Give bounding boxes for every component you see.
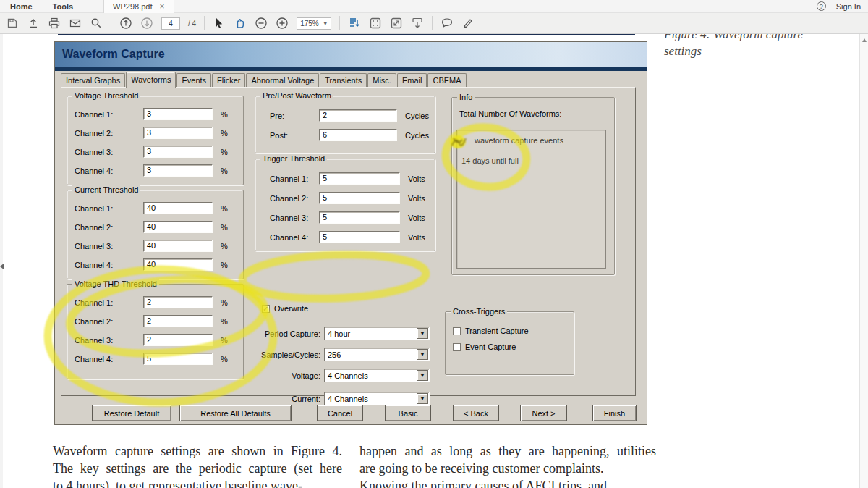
unit-label: Volts — [408, 174, 425, 183]
current-ch2-input: 40 — [143, 221, 213, 233]
thd-ch4-input: 5 — [143, 353, 213, 365]
dropdown-button: ▼ — [417, 328, 428, 339]
print-icon[interactable] — [48, 17, 61, 30]
unit-label: % — [221, 317, 228, 326]
group-title: Pre/Post Waveform — [260, 91, 333, 100]
group-title: Trigger Threshold — [260, 154, 327, 163]
trigger-ch1-input: 5 — [319, 172, 400, 185]
page-margin-strip — [0, 34, 3, 488]
field-label: Channel 1: — [75, 204, 143, 213]
home-tab[interactable]: Home — [0, 1, 43, 12]
highlighter-icon[interactable] — [461, 17, 475, 30]
finish-button: Finish — [592, 405, 637, 421]
body-text-left-column: Waveform capture settings are shown in F… — [53, 442, 342, 488]
previous-page-arrow[interactable] — [0, 264, 4, 269]
document-tab[interactable]: WP298.pdf × — [103, 0, 174, 13]
select-tool-icon[interactable] — [213, 17, 226, 30]
group-title: Current Threshold — [72, 185, 140, 194]
toolbox-icon[interactable] — [411, 17, 424, 30]
field-row: Channel 1: 2 % — [75, 296, 237, 308]
comment-icon[interactable] — [441, 17, 454, 30]
voltage-ch2-input: 3 — [143, 127, 213, 139]
field-label: Channel 3: — [270, 214, 319, 222]
event-capture-checkbox: Event Capture — [453, 342, 574, 351]
chevron-down-icon: ▼ — [420, 373, 425, 378]
current-channels-select: 4 Channels ▼ — [324, 392, 430, 405]
hand-tool-icon[interactable] — [234, 17, 247, 30]
unit-label: Volts — [408, 214, 425, 222]
field-row: Channel 4: 5 % — [75, 353, 237, 365]
field-row: Channel 3: 40 % — [75, 240, 237, 252]
current-ch1-input: 40 — [143, 202, 213, 214]
current-threshold-group: Current Threshold Channel 1: 40 % Channe… — [67, 190, 244, 279]
field-row: Channel 1: 3 % — [75, 108, 237, 120]
dropdown-button: ▼ — [417, 370, 428, 381]
zoom-level-select[interactable]: 175% ▼ — [297, 17, 331, 30]
pre-cycles-input: 2 — [319, 109, 397, 122]
field-label: Channel 4: — [75, 167, 143, 175]
dialog-tab-strip: Interval Graphs Waveforms Events Flicker… — [61, 73, 467, 88]
toolbar-separator — [111, 16, 111, 30]
next-page-icon[interactable] — [140, 17, 153, 30]
field-label: Samples/Cycles: — [257, 350, 320, 359]
field-label: Channel 1: — [75, 110, 143, 119]
field-row: Channel 4: 3 % — [75, 164, 237, 177]
field-row: Channel 1: 40 % — [75, 202, 237, 214]
samples-cycles-row: Samples/Cycles: 256 ▼ — [257, 348, 430, 361]
voltage-thd-threshold-group: Voltage THD Threshold Channel 1: 2 % Cha… — [67, 284, 244, 379]
tools-tab[interactable]: Tools — [43, 1, 84, 12]
share-icon[interactable] — [27, 17, 40, 30]
unit-label: % — [221, 204, 228, 213]
page-number-input[interactable]: 4 — [161, 17, 180, 30]
restore-default-button: Restore Default — [92, 405, 171, 421]
unit-label: % — [221, 298, 228, 307]
dialog-header-rule — [55, 67, 647, 71]
zoom-out-icon[interactable] — [255, 17, 268, 30]
voltage-threshold-group: Voltage Threshold Channel 1: 3 % Channel… — [67, 96, 244, 185]
selected-value: 256 — [325, 350, 417, 359]
fullscreen-icon[interactable] — [390, 17, 403, 30]
body-line: Knowing the primary causes of AFCI trips… — [359, 477, 656, 488]
field-label: Period Capture: — [257, 329, 320, 338]
body-line: happen and as long as they are happening… — [359, 442, 656, 460]
field-label: Channel 4: — [75, 355, 143, 363]
field-label: Channel 4: — [75, 261, 143, 269]
unit-label: % — [221, 242, 228, 251]
email-icon[interactable] — [69, 17, 82, 30]
toolbar-separator — [339, 16, 340, 30]
sign-in-button[interactable]: Sign In — [836, 2, 861, 11]
caption-line: settings — [664, 43, 830, 59]
save-icon[interactable] — [6, 17, 19, 30]
field-label: Channel 2: — [75, 129, 143, 138]
dialog-title: Waveform Capture — [62, 48, 165, 61]
close-icon[interactable]: × — [160, 3, 165, 10]
tab-transients: Transients — [320, 73, 367, 87]
voltage-channels-row: Voltage: 4 Channels ▼ — [257, 369, 430, 382]
field-label: Post: — [270, 131, 319, 140]
field-label: Channel 3: — [75, 148, 143, 156]
zoom-in-icon[interactable] — [276, 17, 289, 30]
overwrite-checkbox: ✓ Overwrite — [262, 304, 308, 313]
unit-label: % — [221, 129, 228, 138]
body-line: Waveform capture settings are shown in F… — [53, 442, 342, 460]
field-row: Channel 4: 5 Volts — [263, 231, 429, 243]
voltage-ch1-input: 3 — [143, 108, 213, 120]
body-line: to 4 hours), to get representative basel… — [53, 477, 342, 488]
info-group: Info Total Number Of Waveforms: waveform… — [451, 97, 615, 275]
scrollbar-up-arrow[interactable] — [862, 38, 867, 42]
selected-value: 4 Channels — [325, 371, 417, 380]
unit-label: Cycles — [405, 131, 429, 140]
fit-page-icon[interactable] — [369, 17, 382, 30]
field-label: Channel 2: — [270, 194, 319, 203]
help-icon[interactable]: ? — [817, 1, 826, 11]
checkbox-checked-icon: ✓ — [262, 305, 270, 313]
field-label: Channel 2: — [75, 223, 143, 232]
search-icon[interactable] — [90, 17, 103, 30]
post-cycles-input: 6 — [319, 129, 397, 141]
group-title: Voltage Threshold — [72, 91, 140, 100]
voltage-ch4-input: 3 — [143, 164, 213, 177]
voltage-ch3-input: 3 — [143, 146, 213, 158]
previous-page-icon[interactable] — [119, 17, 132, 30]
scrolling-mode-icon[interactable] — [348, 17, 361, 30]
vertical-scrollbar[interactable] — [859, 34, 868, 488]
